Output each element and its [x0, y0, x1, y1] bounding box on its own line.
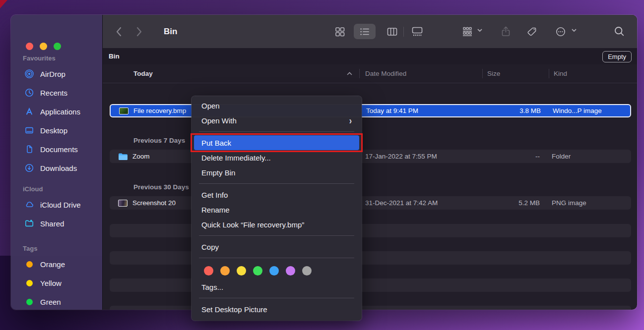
- orange-tag-icon: [25, 260, 34, 269]
- menu-item-open[interactable]: Open: [192, 98, 362, 113]
- gallery-view-button[interactable]: [406, 24, 428, 39]
- yellow-tag-icon: [25, 278, 34, 287]
- icon-view-button[interactable]: [329, 24, 351, 39]
- menu-item-delete-immediately[interactable]: Delete Immediately...: [192, 150, 362, 165]
- sidebar-item-label: Recents: [40, 89, 67, 97]
- sidebar-item-desktop[interactable]: Desktop: [11, 121, 102, 140]
- file-date: 17-Jan-2022 at 7:55 PM: [365, 150, 437, 163]
- column-view-button[interactable]: [381, 24, 403, 39]
- clock-icon: [25, 88, 34, 97]
- empty-row-stripe: [110, 306, 631, 310]
- file-name: Screenshot 20: [132, 196, 194, 210]
- shared-folder-icon: [25, 219, 34, 228]
- main-content: Bin: [102, 15, 637, 310]
- minimize-button[interactable]: [40, 43, 47, 50]
- group-label-previous-7-days: Previous 7 Days: [133, 134, 185, 147]
- sidebar-item-label: Documents: [40, 145, 78, 154]
- orange-tag-swatch[interactable]: [220, 266, 230, 275]
- blue-tag-swatch[interactable]: [269, 266, 279, 275]
- file-row-selected[interactable]: File recovery.bmp Today at 9:41 PM 3.8 M…: [110, 104, 631, 117]
- purple-tag-swatch[interactable]: [286, 266, 295, 275]
- sidebar-section-tags: Tags: [11, 243, 102, 255]
- sidebar-item-tag-orange[interactable]: Orange: [11, 255, 102, 274]
- menu-item-set-desktop-picture[interactable]: Set Desktop Picture: [192, 302, 362, 317]
- file-list: File recovery.bmp Today at 9:41 PM 3.8 M…: [103, 83, 637, 310]
- back-button[interactable]: [116, 26, 122, 37]
- green-tag-icon: [25, 297, 34, 306]
- sidebar-item-label: Desktop: [40, 126, 67, 135]
- sidebar-section-icloud: iCloud: [11, 183, 102, 195]
- column-header-size[interactable]: Size: [487, 64, 500, 83]
- forward-button[interactable]: [136, 26, 142, 37]
- window-controls: [26, 43, 61, 50]
- image-file-icon: [119, 105, 129, 116]
- sidebar-item-label: Applications: [40, 108, 80, 116]
- red-tag-swatch[interactable]: [204, 266, 213, 275]
- screenshot-file-icon: [118, 196, 128, 210]
- sidebar-section-favourites: Favourites: [11, 53, 102, 64]
- file-row-screenshot[interactable]: Screenshot 20 31-Dec-2021 at 7:42 AM 5.2…: [110, 196, 631, 210]
- file-size: 5.2 MB: [475, 196, 540, 210]
- close-button[interactable]: [26, 43, 33, 50]
- sidebar-item-label: Shared: [40, 220, 64, 228]
- file-kind: PNG image: [552, 196, 586, 210]
- sidebar-item-tag-yellow[interactable]: Yellow: [11, 274, 102, 292]
- file-date: 31-Dec-2021 at 7:42 AM: [365, 196, 438, 210]
- menu-separator: [199, 258, 354, 258]
- more-actions-button[interactable]: [550, 24, 572, 39]
- menu-item-tags[interactable]: Tags...: [192, 279, 362, 294]
- menu-separator: [199, 298, 354, 298]
- submenu-chevron-icon: ›: [349, 114, 352, 126]
- menu-item-get-info[interactable]: Get Info: [192, 187, 362, 202]
- file-row-zoom[interactable]: Zoom 17-Jan-2022 at 7:55 PM -- Folder: [110, 150, 631, 163]
- file-name: File recovery.bmp: [133, 105, 195, 116]
- list-view-button[interactable]: [354, 24, 376, 39]
- sidebar-item-shared[interactable]: Shared: [11, 214, 102, 233]
- empty-row-stripe: [110, 224, 631, 237]
- gray-tag-swatch[interactable]: [302, 266, 312, 275]
- empty-row-stripe: [110, 251, 631, 265]
- context-menu: Open Open With › Put Back Delete Immedia…: [192, 96, 362, 321]
- maximize-button[interactable]: [54, 43, 61, 50]
- sidebar: Favourites AirDrop Recents: [11, 15, 102, 310]
- group-header-today[interactable]: Today: [133, 64, 153, 83]
- yellow-tag-swatch[interactable]: [237, 266, 246, 275]
- sidebar-item-icloud-drive[interactable]: iCloud Drive: [11, 195, 102, 214]
- menu-item-empty-bin[interactable]: Empty Bin: [192, 165, 362, 180]
- chevron-down-icon: [477, 29, 482, 32]
- sidebar-item-label: AirDrop: [40, 70, 65, 78]
- empty-bin-button[interactable]: Empty: [602, 51, 632, 62]
- file-size: --: [475, 150, 540, 163]
- sidebar-item-airdrop[interactable]: AirDrop: [11, 64, 102, 83]
- sidebar-item-label: Downloads: [40, 164, 77, 172]
- sidebar-item-downloads[interactable]: Downloads: [11, 159, 102, 177]
- toolbar: Bin: [103, 15, 637, 49]
- file-kind: Folder: [552, 150, 571, 163]
- menu-item-put-back[interactable]: Put Back: [194, 135, 359, 150]
- sidebar-item-documents[interactable]: Documents: [11, 140, 102, 159]
- sidebar-item-applications[interactable]: Applications: [11, 102, 102, 121]
- share-button[interactable]: [495, 24, 516, 39]
- wallpaper-accent: [0, 0, 7, 8]
- green-tag-swatch[interactable]: [253, 266, 262, 275]
- desktop-wallpaper: Favourites AirDrop Recents: [0, 0, 644, 330]
- column-header-date-modified[interactable]: Date Modified: [365, 64, 406, 83]
- group-by-button[interactable]: [456, 24, 478, 39]
- sidebar-item-label: Green: [40, 298, 61, 306]
- menu-item-open-with[interactable]: Open With ›: [192, 113, 362, 128]
- airdrop-icon: [25, 69, 34, 78]
- download-icon: [25, 164, 34, 172]
- tag-color-swatches: [192, 262, 362, 279]
- column-header-kind[interactable]: Kind: [554, 64, 567, 83]
- chevron-down-icon: [572, 29, 577, 32]
- search-button[interactable]: [608, 24, 630, 39]
- tag-button[interactable]: [521, 24, 543, 39]
- menu-separator: [199, 131, 354, 132]
- menu-item-rename[interactable]: Rename: [192, 202, 362, 217]
- menu-item-quick-look[interactable]: Quick Look “File recovery.bmp”: [192, 217, 362, 232]
- sidebar-item-tag-green[interactable]: Green: [11, 292, 102, 310]
- sidebar-item-label: Yellow: [40, 279, 62, 287]
- sidebar-item-recents[interactable]: Recents: [11, 83, 102, 102]
- status-bar: Bin Empty: [103, 48, 637, 65]
- menu-item-copy[interactable]: Copy: [192, 239, 362, 254]
